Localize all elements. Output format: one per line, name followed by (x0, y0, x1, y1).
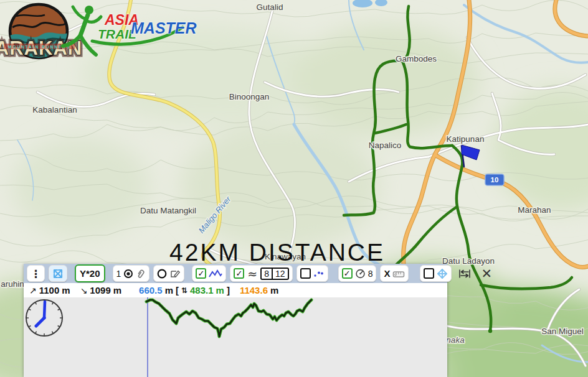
edit-pencil-icon[interactable] (169, 269, 181, 279)
map-label: Datu Matangkil (140, 206, 196, 215)
profile-checkbox[interactable]: ✓ (196, 268, 206, 279)
elevation-toolbar: ⋮ Y*20 1 (24, 264, 447, 283)
clock-icon[interactable] (24, 297, 65, 338)
descent-icon: ↘ (80, 286, 88, 296)
event-logos: ARAKAN ARAKAN MOUNTAIN RUNNERS ASIA TRAI… (0, 0, 199, 78)
elevation-graph[interactable] (24, 297, 447, 377)
y-scale-label: Y*20 (80, 268, 100, 279)
waypoint-record-icon[interactable] (123, 269, 133, 279)
y-scale-button[interactable]: Y*20 (75, 264, 105, 282)
range-icon: ⇅ (181, 286, 187, 295)
menu-button[interactable]: ⋮ (27, 265, 45, 282)
cursor-elevation-value: 660.5 (139, 285, 163, 296)
map-label: Marahan (518, 205, 551, 215)
map-label: aruhin (1, 279, 24, 289)
ascent-icon: ↗ (29, 286, 37, 296)
collapse-button[interactable] (49, 265, 67, 282)
map-label: Napalico (369, 141, 402, 150)
unit: m (216, 285, 224, 296)
range-bracket-close: ] (227, 285, 230, 296)
elevation-panel: ⋮ Y*20 1 (24, 264, 447, 377)
map-label: San Miguel (541, 327, 584, 336)
checkmark: ✓ (344, 269, 351, 277)
resize-horizontal-icon (458, 269, 471, 279)
approx-icon: ≈ (247, 267, 257, 281)
speed-checkbox[interactable]: ✓ (342, 268, 353, 279)
map-label: Katipunan (447, 134, 485, 144)
expand-arrows-icon (52, 268, 64, 279)
elevation-stats: ↗ 1100m ↘ 1099m 660.5m [⇅483.1m] 1143.6m (24, 283, 447, 297)
unit: m (113, 285, 121, 296)
draw-options-group[interactable] (153, 265, 184, 282)
gauge-value: 8 (368, 269, 373, 279)
profile-toggle-group[interactable]: ✓ (192, 265, 226, 282)
trailmaster-logo: ASIA TRAIL MASTER (63, 6, 197, 55)
points-checkbox[interactable] (300, 268, 311, 279)
smooth-window-large[interactable]: 12 (272, 269, 288, 279)
resize-width-button[interactable] (455, 266, 474, 281)
speed-toggle-group[interactable]: ✓ 8 (338, 265, 377, 282)
map-label: Binoongan (229, 92, 270, 101)
map-label: Gutalid (257, 2, 283, 12)
marker-options-group[interactable]: 1 (113, 265, 150, 282)
pan-toggle-group[interactable] (420, 265, 452, 282)
highway-shield: 10 (485, 174, 504, 185)
peak-elevation-value: 1143.6 (240, 285, 268, 296)
unit: m (62, 285, 70, 296)
master-text: MASTER (131, 19, 197, 37)
ruler-icon (392, 269, 405, 279)
arakan-logo: ARAKAN ARAKAN MOUNTAIN RUNNERS (0, 4, 82, 59)
unit: m (165, 285, 173, 296)
descent-value: 1099 (90, 285, 110, 296)
track-count-label: 1 (116, 269, 121, 279)
map-label: Gambodes (396, 54, 437, 63)
checkmark: ✓ (197, 269, 204, 277)
smoothing-window-values[interactable]: 8 12 (260, 268, 288, 280)
highway-shield-number: 10 (491, 176, 499, 184)
paperclip-icon[interactable] (136, 269, 146, 279)
range-bracket-open: [ (176, 285, 179, 296)
map-label: Datu Ladayon (442, 256, 495, 266)
smooth-window-small[interactable]: 8 (262, 269, 272, 279)
distance-overlay-text: 42KM DISTANCE (169, 239, 385, 266)
kebab-icon: ⋮ (31, 268, 41, 280)
checkmark: ✓ (235, 269, 242, 277)
gauge-icon (355, 268, 366, 279)
range-value: 483.1 (190, 285, 214, 296)
pan-checkbox[interactable] (424, 268, 434, 279)
close-icon: ✕ (481, 266, 492, 281)
map-label: Kabalantian (32, 105, 77, 114)
x-axis-group[interactable]: X (380, 265, 409, 282)
pan-arrows-icon (437, 268, 448, 279)
points-toggle-group[interactable] (296, 265, 328, 282)
circle-icon[interactable] (157, 269, 167, 279)
x-axis-label: X (384, 268, 390, 279)
dotted-line-icon (313, 270, 325, 277)
smoothing-group[interactable]: ✓ ≈ 8 12 (230, 265, 292, 282)
unit: m (270, 285, 278, 296)
ascent-value: 1100 (39, 285, 60, 296)
map-label: naka (446, 335, 465, 345)
close-button[interactable]: ✕ (478, 266, 495, 281)
elevation-graph-icon (209, 269, 222, 278)
elevation-profile-line (146, 300, 311, 337)
smoothing-checkbox[interactable]: ✓ (234, 268, 244, 279)
